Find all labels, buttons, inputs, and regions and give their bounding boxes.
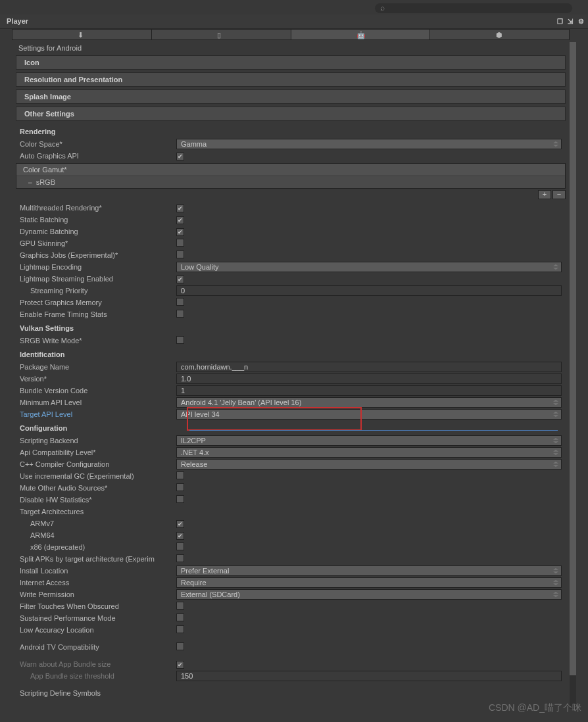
mute-audio-checkbox[interactable] bbox=[176, 483, 184, 491]
gear-icon[interactable]: ⚙ bbox=[576, 16, 585, 26]
vulkan-heading: Vulkan Settings bbox=[12, 320, 570, 335]
platform-tabs: ⬇ ▯ 🤖 ⬢ bbox=[12, 29, 570, 40]
protect-graphics-checkbox[interactable] bbox=[176, 298, 184, 306]
version-label: Version* bbox=[20, 375, 176, 383]
rendering-heading: Rendering bbox=[12, 124, 570, 138]
section-other[interactable]: Other Settings bbox=[16, 107, 566, 121]
help-icon[interactable]: ❐ bbox=[555, 16, 564, 26]
target-api-label: Target API Level bbox=[20, 410, 176, 418]
html5-icon: ⬢ bbox=[496, 31, 504, 39]
dock-icon[interactable]: ⇲ bbox=[566, 16, 575, 26]
lightmap-encoding-dropdown[interactable]: Low Quality bbox=[176, 262, 562, 272]
dynamic-batching-label: Dynamic Batching bbox=[20, 228, 176, 235]
android-tv-label: Android TV Compatibility bbox=[20, 643, 176, 651]
multithreaded-checkbox[interactable] bbox=[176, 205, 184, 212]
package-name-field[interactable]: com.hornidawn.___n bbox=[176, 362, 562, 372]
install-location-dropdown[interactable]: Prefer External bbox=[176, 566, 562, 576]
download-icon: ⬇ bbox=[78, 31, 86, 39]
filter-touches-checkbox[interactable] bbox=[176, 602, 184, 610]
disable-hw-stats-checkbox[interactable] bbox=[176, 495, 184, 503]
cpp-compiler-dropdown[interactable]: Release bbox=[176, 459, 562, 469]
bundle-threshold-label: App Bundle size threshold bbox=[20, 672, 176, 680]
section-splash[interactable]: Splash Image bbox=[16, 89, 566, 104]
color-space-label: Color Space* bbox=[20, 140, 176, 148]
tab-standalone[interactable]: ⬇ bbox=[12, 30, 152, 39]
bundle-version-label: Bundle Version Code bbox=[20, 387, 176, 395]
tab-ios[interactable]: ▯ bbox=[152, 30, 291, 39]
api-compat-label: Api Compatibility Level* bbox=[20, 448, 176, 456]
warn-bundle-checkbox[interactable] bbox=[176, 661, 184, 669]
gamut-add-button[interactable]: + bbox=[538, 190, 551, 199]
target-api-dropdown[interactable]: API level 34 bbox=[176, 409, 562, 420]
graphics-jobs-checkbox[interactable] bbox=[176, 251, 184, 258]
auto-graphics-api-label: Auto Graphics API bbox=[20, 152, 176, 160]
armv7-label: ARMv7 bbox=[20, 519, 176, 527]
srgb-write-checkbox[interactable] bbox=[176, 336, 184, 344]
split-apks-label: Split APKs by target architecture (Exper… bbox=[20, 555, 176, 563]
static-batching-label: Static Batching bbox=[20, 216, 176, 224]
arm64-checkbox[interactable] bbox=[176, 532, 184, 540]
split-apks-checkbox[interactable] bbox=[176, 554, 184, 562]
scripting-backend-label: Scripting Backend bbox=[20, 437, 176, 445]
sustained-perf-checkbox[interactable] bbox=[176, 614, 184, 621]
window-title-bar: Player ❐ ⇲ ⚙ bbox=[0, 14, 588, 29]
section-icon[interactable]: Icon bbox=[16, 55, 566, 70]
configuration-heading: Configuration bbox=[12, 420, 570, 435]
streaming-priority-field[interactable]: 0 bbox=[176, 285, 562, 296]
version-field[interactable]: 1.0 bbox=[176, 373, 562, 384]
tab-android[interactable]: 🤖 bbox=[291, 30, 431, 39]
highlight-underline bbox=[189, 430, 558, 431]
armv7-checkbox[interactable] bbox=[176, 520, 184, 528]
tab-webgl[interactable]: ⬢ bbox=[430, 30, 569, 39]
write-permission-dropdown[interactable]: External (SDCard) bbox=[176, 589, 562, 600]
color-gamut-item[interactable]: sRGB bbox=[16, 176, 565, 188]
incremental-gc-checkbox[interactable] bbox=[176, 471, 184, 479]
window-title: Player bbox=[7, 17, 28, 25]
warn-bundle-label: Warn about App Bundle size bbox=[20, 660, 176, 668]
api-compat-dropdown[interactable]: .NET 4.x bbox=[176, 447, 562, 458]
cpp-compiler-label: C++ Compiler Configuration bbox=[20, 460, 176, 468]
dynamic-batching-checkbox[interactable] bbox=[176, 228, 184, 236]
low-accuracy-label: Low Accuracy Location bbox=[20, 626, 176, 634]
lightmap-encoding-label: Lightmap Encoding bbox=[20, 263, 176, 271]
section-resolution[interactable]: Resolution and Presentation bbox=[16, 72, 566, 87]
x86-label: x86 (deprecated) bbox=[20, 543, 176, 551]
disable-hw-stats-label: Disable HW Statistics* bbox=[20, 496, 176, 504]
arm64-label: ARM64 bbox=[20, 531, 176, 539]
android-tv-checkbox[interactable] bbox=[176, 642, 184, 650]
scrollbar-thumb[interactable] bbox=[570, 42, 576, 675]
min-api-dropdown[interactable]: Android 4.1 'Jelly Bean' (API level 16) bbox=[176, 397, 562, 408]
scripting-symbols-label: Scripting Define Symbols bbox=[20, 689, 176, 697]
streaming-priority-label: Streaming Priority bbox=[20, 287, 176, 295]
lightmap-streaming-checkbox[interactable] bbox=[176, 276, 184, 283]
phone-icon: ▯ bbox=[217, 31, 225, 39]
auto-graphics-api-checkbox[interactable] bbox=[176, 153, 184, 160]
internet-access-label: Internet Access bbox=[20, 579, 176, 587]
frame-timing-checkbox[interactable] bbox=[176, 310, 184, 318]
bundle-threshold-field[interactable]: 150 bbox=[176, 671, 562, 681]
target-arch-label: Target Architectures bbox=[20, 508, 176, 516]
internet-access-dropdown[interactable]: Require bbox=[176, 577, 562, 588]
watermark: CSDN @AD_喵了个咪 bbox=[489, 702, 581, 714]
gamut-remove-button[interactable]: − bbox=[552, 190, 566, 199]
gpu-skinning-label: GPU Skinning* bbox=[20, 239, 176, 247]
search-input[interactable] bbox=[375, 3, 572, 13]
gpu-skinning-checkbox[interactable] bbox=[176, 239, 184, 247]
x86-checkbox[interactable] bbox=[176, 542, 184, 550]
lightmap-streaming-label: Lightmap Streaming Enabled bbox=[20, 275, 176, 283]
color-gamut-box: Color Gamut* sRGB bbox=[16, 163, 566, 189]
multithreaded-label: Multithreaded Rendering* bbox=[20, 204, 176, 212]
protect-graphics-label: Protect Graphics Memory bbox=[20, 299, 176, 306]
scripting-backend-dropdown[interactable]: IL2CPP bbox=[176, 435, 562, 446]
low-accuracy-checkbox[interactable] bbox=[176, 625, 184, 633]
scrollbar[interactable] bbox=[570, 42, 576, 709]
color-gamut-label: Color Gamut* bbox=[16, 164, 565, 176]
install-location-label: Install Location bbox=[20, 567, 176, 575]
static-batching-checkbox[interactable] bbox=[176, 216, 184, 224]
filter-touches-label: Filter Touches When Obscured bbox=[20, 602, 176, 610]
graphics-jobs-label: Graphics Jobs (Experimental)* bbox=[20, 251, 176, 259]
bundle-version-field[interactable]: 1 bbox=[176, 385, 562, 396]
sustained-perf-label: Sustained Performance Mode bbox=[20, 614, 176, 622]
settings-for-label: Settings for Android bbox=[12, 42, 570, 54]
color-space-dropdown[interactable]: Gamma bbox=[176, 139, 562, 149]
